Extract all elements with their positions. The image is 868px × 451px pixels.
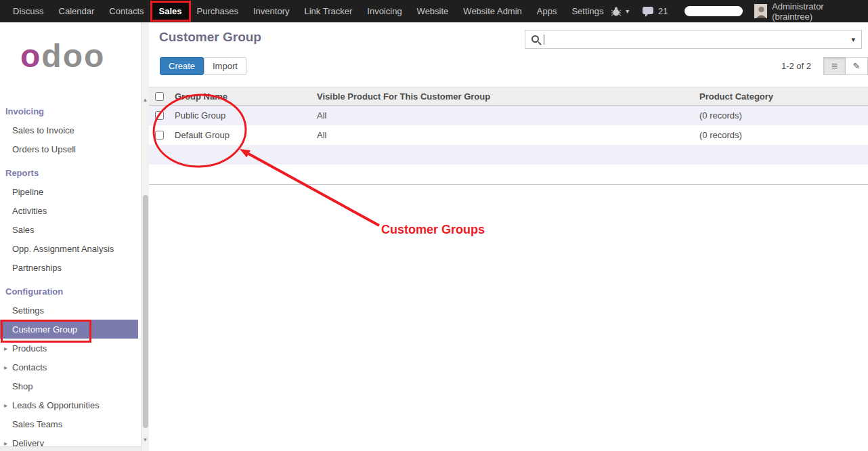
topbar-menu: Discuss Calendar Contacts Sales Purchase… bbox=[0, 0, 611, 22]
cell-product-category: (0 records) bbox=[694, 130, 868, 140]
search-dropdown-caret-icon[interactable]: ▾ bbox=[845, 35, 861, 44]
main-content: Customer Group ▾ Create Import 1-2 of 2 … bbox=[149, 22, 868, 451]
topbar: Discuss Calendar Contacts Sales Purchase… bbox=[0, 0, 868, 22]
column-header-visible-product[interactable]: Visible Product For This Customer Group bbox=[311, 91, 694, 102]
sidebar-section-title: Configuration bbox=[0, 282, 138, 301]
systray-pill-widget bbox=[685, 6, 742, 16]
user-avatar[interactable] bbox=[754, 4, 767, 18]
sidebar-item-label: Sales Teams bbox=[12, 419, 62, 429]
view-switcher: ≡ ✎ bbox=[823, 57, 868, 75]
messages-icon[interactable] bbox=[642, 6, 653, 17]
sidebar-item[interactable]: Partnerships bbox=[0, 258, 138, 277]
cell-visible-product: All bbox=[311, 110, 694, 121]
search-icon bbox=[531, 35, 539, 43]
list-view-icon: ≡ bbox=[831, 60, 838, 72]
sidebar-section: Configuration Settings Customer Group ▸ … bbox=[0, 282, 138, 451]
topbar-menu-item[interactable]: Website bbox=[410, 0, 456, 22]
table-row[interactable]: Default Group All (0 records) bbox=[149, 125, 868, 145]
form-view-button[interactable]: ✎ bbox=[846, 57, 868, 75]
odoo-logo[interactable]: odoo bbox=[20, 37, 149, 75]
logo-rest: doo bbox=[41, 38, 105, 74]
column-header-group-name[interactable]: Group Name bbox=[169, 91, 311, 102]
import-button[interactable]: Import bbox=[204, 57, 246, 75]
empty-row bbox=[149, 145, 868, 165]
sidebar: odoo Invoicing Sales to Invoice Orders t… bbox=[0, 22, 149, 451]
sidebar-item[interactable]: Customer Group bbox=[0, 320, 138, 339]
sidebar-item-label: Activities bbox=[12, 206, 47, 216]
sidebar-item[interactable]: Sales bbox=[0, 220, 138, 239]
topbar-menu-item[interactable]: Website Admin bbox=[456, 0, 529, 22]
expand-arrow-icon[interactable]: ▸ bbox=[4, 345, 7, 352]
sidebar-menu: Invoicing Sales to Invoice Orders to Ups… bbox=[0, 102, 138, 451]
topbar-menu-item[interactable]: Apps bbox=[529, 0, 565, 22]
debug-caret-icon[interactable]: ▾ bbox=[626, 7, 629, 15]
sidebar-section-title: Invoicing bbox=[0, 102, 138, 121]
topbar-menu-item[interactable]: Link Tracker bbox=[297, 0, 360, 22]
logo-first-letter: o bbox=[20, 38, 41, 74]
pager: 1-2 of 2 bbox=[781, 61, 811, 71]
cell-visible-product: All bbox=[311, 130, 694, 140]
debug-icon[interactable] bbox=[611, 7, 621, 16]
empty-row bbox=[149, 165, 868, 184]
sidebar-scrollbar[interactable]: ▲ ▼ bbox=[141, 22, 149, 451]
row-checkbox[interactable] bbox=[155, 111, 164, 120]
records-table: Group Name Visible Product For This Cust… bbox=[149, 87, 868, 185]
topbar-menu-item[interactable]: Discuss bbox=[5, 0, 51, 22]
select-all-checkbox[interactable] bbox=[155, 92, 164, 101]
form-view-icon: ✎ bbox=[853, 61, 861, 71]
scrollbar-thumb[interactable] bbox=[143, 195, 148, 428]
sidebar-horizontal-scrollbar[interactable] bbox=[0, 446, 141, 451]
topbar-systray: ▾ 21 Administrator (braintree) bbox=[611, 1, 868, 22]
message-count: 21 bbox=[658, 6, 668, 16]
sidebar-item-label: Sales to Invoice bbox=[12, 125, 74, 135]
sidebar-item[interactable]: Orders to Upsell bbox=[0, 139, 138, 158]
sidebar-section: Invoicing Sales to Invoice Orders to Ups… bbox=[0, 102, 138, 158]
create-button[interactable]: Create bbox=[160, 57, 204, 75]
sidebar-item[interactable]: Shop bbox=[0, 377, 138, 395]
table-header-row: Group Name Visible Product For This Cust… bbox=[149, 87, 868, 106]
scroll-up-icon[interactable]: ▲ bbox=[142, 97, 149, 104]
sidebar-item-label: Shop bbox=[12, 381, 32, 391]
topbar-menu-item[interactable]: Inventory bbox=[246, 0, 297, 22]
cell-product-category: (0 records) bbox=[694, 110, 868, 121]
sidebar-section: Reports Pipeline Activities Sales bbox=[0, 164, 138, 277]
sidebar-item[interactable]: Activities bbox=[0, 201, 138, 220]
topbar-menu-item[interactable]: Sales bbox=[152, 0, 190, 22]
sidebar-item[interactable]: ▸ Products bbox=[0, 339, 138, 358]
sidebar-item-label: Leads & Opportunities bbox=[12, 400, 100, 410]
sidebar-item-label: Customer Group bbox=[12, 324, 77, 335]
sidebar-item-label: Opp. Assignment Analysis bbox=[12, 244, 114, 254]
topbar-menu-item[interactable]: Contacts bbox=[102, 0, 151, 22]
sidebar-item[interactable]: Sales Teams bbox=[0, 414, 138, 433]
sidebar-item[interactable]: ▸ Leads & Opportunities bbox=[0, 395, 138, 414]
search-input[interactable] bbox=[544, 30, 845, 48]
topbar-menu-item[interactable]: Purchases bbox=[190, 0, 246, 22]
sidebar-item[interactable]: Sales to Invoice bbox=[0, 121, 138, 139]
search-box[interactable]: ▾ bbox=[525, 30, 862, 49]
row-checkbox[interactable] bbox=[155, 131, 164, 139]
expand-arrow-icon[interactable]: ▸ bbox=[4, 402, 7, 409]
table-row[interactable]: Public Group All (0 records) bbox=[149, 106, 868, 125]
sidebar-item-label: Settings bbox=[12, 305, 44, 316]
sidebar-item[interactable]: Settings bbox=[0, 301, 138, 320]
sidebar-item-label: Products bbox=[12, 343, 47, 353]
sidebar-item-label: Sales bbox=[12, 225, 35, 235]
cell-group-name: Default Group bbox=[169, 130, 311, 140]
sidebar-item[interactable]: Pipeline bbox=[0, 182, 138, 201]
list-view-button[interactable]: ≡ bbox=[823, 57, 846, 75]
sidebar-item[interactable]: ▸ Contacts bbox=[0, 358, 138, 377]
user-menu[interactable]: Administrator (braintree) bbox=[772, 1, 860, 22]
sidebar-item-label: Contacts bbox=[12, 362, 47, 372]
expand-arrow-icon[interactable]: ▸ bbox=[4, 364, 7, 371]
sidebar-section-title: Reports bbox=[0, 164, 138, 182]
sidebar-item-label: Pipeline bbox=[12, 187, 43, 197]
column-header-product-category[interactable]: Product Category bbox=[694, 91, 868, 102]
sidebar-item-label: Partnerships bbox=[12, 263, 62, 273]
scroll-down-icon[interactable]: ▼ bbox=[142, 437, 149, 444]
topbar-menu-item[interactable]: Settings bbox=[564, 0, 611, 22]
topbar-menu-item[interactable]: Calendar bbox=[51, 0, 102, 22]
topbar-menu-item[interactable]: Invoicing bbox=[360, 0, 409, 22]
row-checkbox-cell bbox=[149, 111, 169, 120]
sidebar-item-label: Orders to Upsell bbox=[12, 144, 76, 154]
sidebar-item[interactable]: Opp. Assignment Analysis bbox=[0, 239, 138, 258]
